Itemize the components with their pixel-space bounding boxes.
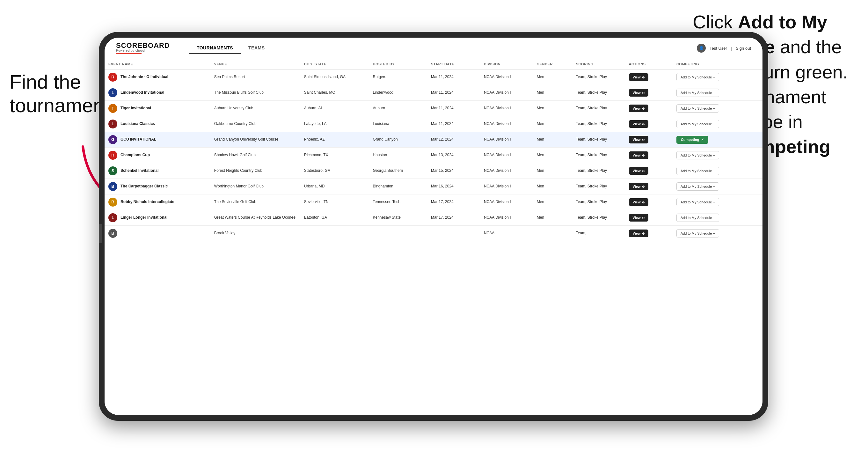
- venue-cell: Forest Heights Country Club: [210, 163, 300, 179]
- actions-cell: View ⊙: [625, 132, 673, 148]
- view-button[interactable]: View ⊙: [629, 198, 649, 206]
- tablet-device: SCOREBOARD Powered by clippd TOURNAMENTS…: [99, 32, 768, 421]
- view-icon: ⊙: [642, 216, 645, 220]
- division-cell: NCAA Division I: [480, 69, 533, 85]
- event-name: Bobby Nichols Intercollegiate: [121, 199, 174, 205]
- date-cell: [427, 226, 480, 241]
- view-button[interactable]: View ⊙: [629, 136, 649, 144]
- venue-cell: Sea Palms Resort: [210, 69, 300, 85]
- event-name-cell: S Schenkel Invitational: [108, 166, 207, 175]
- event-name: Schenkel Invitational: [121, 168, 158, 174]
- team-logo: S: [108, 166, 117, 175]
- tab-teams[interactable]: TEAMS: [241, 43, 273, 54]
- add-to-schedule-button[interactable]: Add to My Schedule +: [676, 89, 719, 97]
- view-button[interactable]: View ⊙: [629, 120, 649, 128]
- tournaments-table: EVENT NAME VENUE CITY, STATE HOSTED BY S…: [104, 59, 763, 241]
- city-cell: [300, 226, 369, 241]
- view-button[interactable]: View ⊙: [629, 167, 649, 175]
- add-to-schedule-button[interactable]: Add to My Schedule +: [676, 214, 719, 222]
- event-name-cell: H Champions Cup: [108, 151, 207, 160]
- scoring-cell: Team, Stroke Play: [572, 194, 625, 210]
- add-to-schedule-button[interactable]: Add to My Schedule +: [676, 198, 719, 206]
- event-name: Champions Cup: [121, 153, 150, 158]
- date-cell: Mar 11, 2024: [427, 85, 480, 101]
- team-logo: B: [108, 198, 117, 207]
- gender-cell: Men: [533, 163, 572, 179]
- competing-cell: Add to My Schedule +: [673, 226, 763, 241]
- add-to-schedule-button[interactable]: Add to My Schedule +: [676, 120, 719, 128]
- date-cell: Mar 12, 2024: [427, 132, 480, 148]
- table-row: R The Johnnie - O Individual Sea Palms R…: [104, 69, 763, 85]
- competing-cell: Add to My Schedule +: [673, 101, 763, 116]
- actions-cell: View ⊙: [625, 163, 673, 179]
- event-name-cell: L Lindenwood Invitational: [108, 88, 207, 97]
- actions-cell: View ⊙: [625, 116, 673, 132]
- division-cell: NCAA Division I: [480, 210, 533, 226]
- event-name-cell: L Linger Longer Invitational: [108, 213, 207, 222]
- col-header-division: DIVISION: [480, 59, 533, 69]
- add-to-schedule-button[interactable]: Add to My Schedule +: [676, 151, 719, 159]
- col-header-actions: ACTIONS: [625, 59, 673, 69]
- competing-cell: Add to My Schedule +: [673, 69, 763, 85]
- add-to-schedule-button[interactable]: Add to My Schedule +: [676, 229, 719, 238]
- gender-cell: Men: [533, 194, 572, 210]
- view-button[interactable]: View ⊙: [629, 73, 649, 81]
- view-icon: ⊙: [642, 75, 645, 79]
- add-to-schedule-button[interactable]: Add to My Schedule +: [676, 104, 719, 113]
- gender-cell: Men: [533, 148, 572, 163]
- nav-tabs: TOURNAMENTS TEAMS: [189, 43, 273, 54]
- view-button[interactable]: View ⊙: [629, 151, 649, 159]
- col-header-scoring: SCORING: [572, 59, 625, 69]
- date-cell: Mar 17, 2024: [427, 210, 480, 226]
- event-name: GCU INVITATIONAL: [121, 137, 156, 142]
- col-header-hosted: HOSTED BY: [369, 59, 427, 69]
- gender-cell: Men: [533, 179, 572, 194]
- scoring-cell: Team, Stroke Play: [572, 132, 625, 148]
- col-header-date: START DATE: [427, 59, 480, 69]
- competing-cell: Add to My Schedule +: [673, 210, 763, 226]
- scoring-cell: Team, Stroke Play: [572, 163, 625, 179]
- competing-cell: Add to My Schedule +: [673, 179, 763, 194]
- sign-out-link[interactable]: Sign out: [736, 46, 751, 51]
- user-name: Test User: [710, 46, 727, 51]
- tab-tournaments[interactable]: TOURNAMENTS: [189, 43, 241, 54]
- date-cell: Mar 11, 2024: [427, 69, 480, 85]
- team-logo: B: [108, 229, 117, 238]
- actions-cell: View ⊙: [625, 101, 673, 116]
- event-name: Linger Longer Invitational: [121, 215, 167, 220]
- view-button[interactable]: View ⊙: [629, 104, 649, 112]
- actions-cell: View ⊙: [625, 194, 673, 210]
- division-cell: NCAA Division I: [480, 116, 533, 132]
- col-header-venue: VENUE: [210, 59, 300, 69]
- add-to-schedule-button[interactable]: Add to My Schedule +: [676, 167, 719, 175]
- team-logo: L: [108, 88, 117, 97]
- view-button[interactable]: View ⊙: [629, 89, 649, 97]
- view-button[interactable]: View ⊙: [629, 183, 649, 190]
- view-icon: ⊙: [642, 232, 645, 235]
- col-header-gender: GENDER: [533, 59, 572, 69]
- table-row: L Linger Longer Invitational Great Water…: [104, 210, 763, 226]
- competing-cell: Add to My Schedule +: [673, 148, 763, 163]
- event-name: Lindenwood Invitational: [121, 90, 164, 95]
- scoring-cell: Team, Stroke Play: [572, 116, 625, 132]
- venue-cell: Shadow Hawk Golf Club: [210, 148, 300, 163]
- gender-cell: Men: [533, 132, 572, 148]
- scoring-cell: Team, Stroke Play: [572, 179, 625, 194]
- table-row: H Champions Cup Shadow Hawk Golf ClubRic…: [104, 148, 763, 163]
- add-to-schedule-button[interactable]: Add to My Schedule +: [676, 73, 719, 81]
- scoring-cell: Team, Stroke Play: [572, 148, 625, 163]
- add-to-schedule-button[interactable]: Add to My Schedule +: [676, 182, 719, 191]
- table-row: G GCU INVITATIONAL Grand Canyon Universi…: [104, 132, 763, 148]
- city-cell: Eatonton, GA: [300, 210, 369, 226]
- competing-button[interactable]: Competing ✓: [676, 136, 708, 144]
- date-cell: Mar 16, 2024: [427, 179, 480, 194]
- hosted-cell: Rutgers: [369, 69, 427, 85]
- team-logo: H: [108, 151, 117, 160]
- team-logo: B: [108, 182, 117, 191]
- division-cell: NCAA Division I: [480, 163, 533, 179]
- team-logo: R: [108, 73, 117, 82]
- view-button[interactable]: View ⊙: [629, 229, 649, 237]
- venue-cell: Oakbourne Country Club: [210, 116, 300, 132]
- actions-cell: View ⊙: [625, 69, 673, 85]
- view-button[interactable]: View ⊙: [629, 214, 649, 222]
